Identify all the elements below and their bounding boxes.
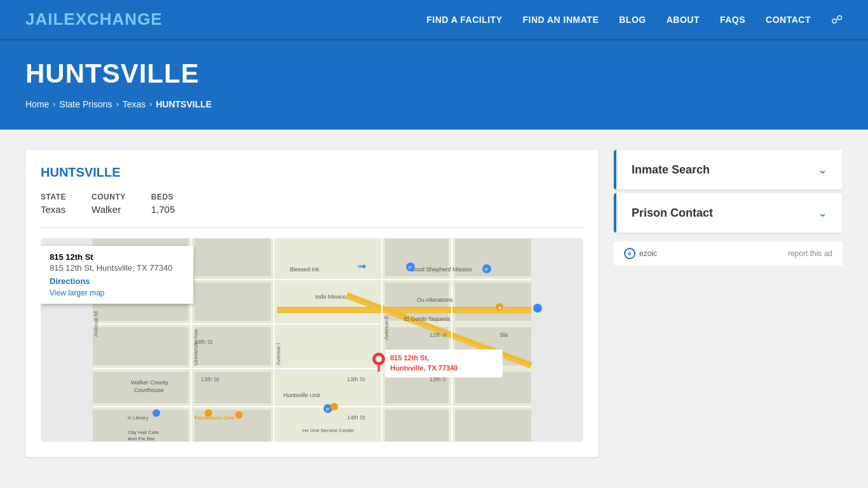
svg-text:13th St: 13th St: [347, 376, 365, 383]
svg-text:➟: ➟: [357, 260, 367, 273]
svg-rect-6: [194, 327, 271, 365]
logo-exchange: EXCHANGE: [64, 10, 162, 29]
svg-rect-14: [455, 283, 531, 321]
inmate-search-title: Inmate Search: [632, 163, 710, 177]
svg-text:Hv Unit Service Center: Hv Unit Service Center: [302, 428, 355, 433]
breadcrumb: Home › State Prisons › Texas › HUNTSVILL…: [25, 99, 843, 109]
beds-value: 1,705: [151, 204, 175, 215]
main-nav: FIND A FACILITY FIND AN INMATE BLOG ABOU…: [426, 13, 843, 27]
svg-text:Farmhouse Cafe: Farmhouse Cafe: [194, 415, 234, 421]
breadcrumb-chevron-1: ›: [53, 100, 55, 109]
svg-rect-22: [277, 307, 531, 308]
svg-text:Avenue I: Avenue I: [275, 343, 281, 365]
breadcrumb-current: HUNTSVILLE: [156, 99, 212, 109]
header: JAILEXCHANGE FIND A FACILITY FIND AN INM…: [0, 0, 868, 41]
state-label: STATE: [41, 193, 66, 201]
map-address: 815 12th St, Huntsville, TX 77340: [50, 263, 184, 273]
right-sidebar: Inmate Search ⌄ Prison Contact ⌄ e ezoic…: [614, 150, 843, 457]
breadcrumb-chevron-2: ›: [116, 100, 119, 109]
county-value: Walker: [92, 204, 126, 215]
svg-rect-5: [93, 327, 188, 365]
ezoic-icon: e: [624, 248, 635, 259]
svg-text:ic Library: ic Library: [128, 415, 148, 421]
svg-text:Huntsville, TX 77340: Huntsville, TX 77340: [390, 364, 458, 372]
svg-text:Avenue E: Avenue E: [383, 315, 390, 340]
page-title: HUNTSVILLE: [25, 58, 843, 89]
ezoic-label: ezoic: [639, 249, 657, 258]
ad-area: e ezoic report this ad: [614, 241, 843, 266]
nav-find-inmate[interactable]: FIND AN INMATE: [522, 15, 599, 25]
svg-text:Walker County: Walker County: [131, 379, 168, 386]
nav-contact[interactable]: CONTACT: [766, 15, 811, 25]
svg-text:Good Shepherd Mission: Good Shepherd Mission: [410, 266, 472, 273]
svg-text:13th St: 13th St: [194, 339, 213, 345]
svg-text:P: P: [326, 407, 329, 412]
map-container: Avenue M University Ave Avenue I Avenue …: [41, 238, 583, 442]
facility-panel: HUNTSVILLE STATE Texas COUNTY Walker BED…: [25, 150, 599, 457]
nav-about[interactable]: ABOUT: [667, 15, 700, 25]
svg-rect-21: [277, 308, 531, 313]
report-ad-link[interactable]: report this ad: [788, 249, 832, 258]
prison-contact-chevron-icon: ⌄: [818, 206, 827, 220]
svg-text:University Ave: University Ave: [193, 329, 199, 365]
logo[interactable]: JAILEXCHANGE: [25, 10, 163, 29]
nav-faqs[interactable]: FAQs: [720, 15, 745, 25]
facility-info-grid: STATE Texas COUNTY Walker BEDS 1,705: [41, 193, 583, 215]
inmate-search-header[interactable]: Inmate Search ⌄: [614, 150, 843, 189]
svg-text:Huntsville Unit: Huntsville Unit: [283, 392, 320, 398]
search-icon[interactable]: ☍: [831, 13, 843, 27]
state-info: STATE Texas: [41, 193, 66, 215]
map-street: 815 12th St: [50, 252, 184, 262]
prison-contact-header[interactable]: Prison Contact ⌄: [614, 193, 843, 233]
svg-rect-20: [455, 410, 531, 442]
svg-point-74: [235, 411, 243, 419]
prison-contact-card: Prison Contact ⌄: [614, 193, 843, 233]
svg-text:City Hall Cafe: City Hall Cafe: [128, 430, 159, 435]
inmate-search-chevron-icon: ⌄: [818, 163, 827, 177]
svg-text:Ou Alterations: Ou Alterations: [417, 297, 453, 303]
breadcrumb-state-prisons[interactable]: State Prisons: [59, 99, 112, 109]
svg-text:14th St: 14th St: [347, 414, 365, 421]
svg-point-76: [205, 409, 212, 417]
nav-blog[interactable]: BLOG: [619, 15, 646, 25]
breadcrumb-home[interactable]: Home: [25, 99, 49, 109]
county-info: COUNTY Walker: [92, 193, 126, 215]
svg-point-68: [533, 304, 542, 313]
svg-text:13th St: 13th St: [201, 376, 219, 383]
breadcrumb-chevron-3: ›: [149, 100, 152, 109]
map-view-larger-link[interactable]: View larger map: [50, 288, 184, 297]
breadcrumb-texas[interactable]: Texas: [123, 99, 146, 109]
svg-text:P: P: [409, 265, 412, 271]
logo-jail: JAIL: [25, 10, 64, 29]
beds-info: BEDS 1,705: [151, 193, 175, 215]
svg-rect-2: [194, 238, 271, 276]
svg-rect-4: [194, 283, 271, 321]
nav-find-facility[interactable]: FIND A FACILITY: [426, 15, 502, 25]
hero-section: HUNTSVILLE Home › State Prisons › Texas …: [0, 41, 868, 130]
svg-text:El Gordo Taqueria: El Gordo Taqueria: [404, 316, 450, 322]
map-directions-link[interactable]: Directions: [50, 276, 90, 286]
svg-text:Sla: Sla: [499, 332, 508, 338]
main-content: HUNTSVILLE STATE Texas COUNTY Walker BED…: [0, 130, 868, 477]
svg-text:815 12th St,: 815 12th St,: [390, 354, 429, 362]
svg-point-73: [330, 403, 338, 410]
state-value: Texas: [41, 204, 66, 215]
svg-text:P: P: [485, 267, 488, 273]
facility-name: HUNTSVILLE: [41, 165, 583, 180]
svg-text:Blessed Ink: Blessed Ink: [290, 266, 320, 273]
svg-point-62: [376, 356, 382, 362]
svg-text:And Pie Bar: And Pie Bar: [128, 436, 155, 442]
inmate-search-card: Inmate Search ⌄: [614, 150, 843, 189]
map-info-box: 815 12th St 815 12th St, Huntsville, TX …: [41, 246, 193, 304]
svg-rect-19: [385, 410, 449, 442]
svg-text:12th st: 12th st: [430, 332, 447, 338]
ezoic-badge: e ezoic: [624, 248, 657, 259]
svg-text:Indo Mexico: Indo Mexico: [315, 294, 346, 300]
beds-label: BEDS: [151, 193, 175, 201]
svg-text:☻: ☻: [498, 306, 502, 310]
svg-text:Courthouse: Courthouse: [134, 387, 164, 393]
svg-point-75: [153, 409, 160, 417]
info-divider: [41, 227, 583, 228]
prison-contact-title: Prison Contact: [632, 207, 713, 220]
svg-text:Avenue M: Avenue M: [93, 311, 99, 337]
